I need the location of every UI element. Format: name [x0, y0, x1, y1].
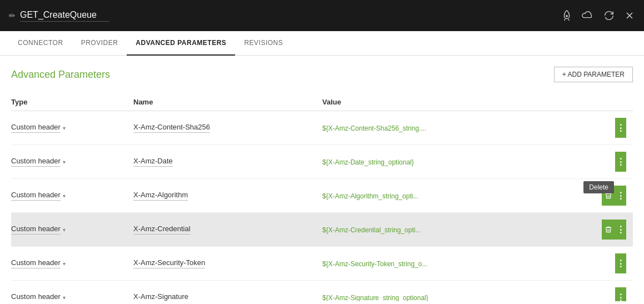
- table-row: Custom header ▾ X-Amz-Algorithm${X-Amz-A…: [11, 179, 633, 213]
- row-actions: ⋮: [602, 152, 626, 172]
- delete-row-button[interactable]: [602, 220, 615, 240]
- main-content: Advanced Parameters + ADD PARAMETER Type…: [0, 56, 644, 301]
- add-parameter-button[interactable]: + ADD PARAMETER: [554, 67, 633, 82]
- tab-provider[interactable]: PROVIDER: [72, 31, 127, 56]
- type-label: Custom header: [11, 292, 61, 301]
- header-bar: ✏ GET_CreateQueue: [0, 0, 644, 31]
- row-actions: ⋮: [602, 118, 626, 138]
- col-value: Value: [322, 93, 602, 111]
- param-value: ${X-Amz-Content-Sha256_string....: [322, 124, 426, 132]
- type-dropdown-arrow[interactable]: ▾: [63, 295, 66, 301]
- row-menu-button[interactable]: ⋮: [615, 287, 626, 301]
- type-label: Custom header: [11, 123, 61, 133]
- param-name[interactable]: X-Amz-Date: [133, 157, 173, 167]
- type-label: Custom header: [11, 157, 61, 167]
- name-cell: X-Amz-Algorithm: [133, 179, 322, 213]
- type-cell: Custom header ▾: [11, 111, 133, 145]
- value-cell: ${X-Amz-Date_string_optional}: [322, 145, 602, 179]
- table-row: Custom header ▾ X-Amz-Content-Sha256${X-…: [11, 111, 633, 145]
- col-name: Name: [133, 93, 322, 111]
- row-actions: ⋮: [602, 220, 626, 240]
- actions-cell: ⋮: [602, 247, 633, 281]
- type-cell: Custom header ▾: [11, 145, 133, 179]
- close-icon-btn[interactable]: [624, 10, 635, 21]
- type-dropdown-arrow[interactable]: ▾: [63, 193, 66, 199]
- param-value: ${X-Amz-Signature_string_optional}: [322, 294, 428, 302]
- edit-icon: ✏: [9, 11, 16, 20]
- param-name[interactable]: X-Amz-Content-Sha256: [133, 123, 210, 133]
- row-actions: ⋮: [602, 287, 626, 301]
- row-menu-button[interactable]: ⋮: [615, 186, 626, 206]
- table-header: Type Name Value: [11, 93, 633, 111]
- name-cell: X-Amz-Security-Token: [133, 247, 322, 281]
- row-menu-button[interactable]: ⋮: [615, 220, 626, 240]
- param-value: ${X-Amz-Security-Token_string_o...: [322, 260, 427, 268]
- value-cell: ${X-Amz-Algorithm_string_opti...: [322, 179, 602, 213]
- page-title[interactable]: GET_CreateQueue: [20, 10, 109, 22]
- value-cell: ${X-Amz-Security-Token_string_o...: [322, 247, 602, 281]
- actions-cell: ⋮: [602, 145, 633, 179]
- value-cell: ${X-Amz-Credential_string_opti...: [322, 213, 602, 247]
- header-title-area: ✏ GET_CreateQueue: [9, 10, 109, 22]
- section-header: Advanced Parameters + ADD PARAMETER: [11, 67, 633, 82]
- type-label: Custom header: [11, 258, 61, 268]
- param-name[interactable]: X-Amz-Credential: [133, 225, 191, 235]
- type-cell: Custom header ▾: [11, 247, 133, 281]
- param-value: ${X-Amz-Credential_string_opti...: [322, 226, 421, 234]
- param-name[interactable]: X-Amz-Security-Token: [133, 258, 205, 268]
- tab-advanced-parameters[interactable]: ADVANCED PARAMETERS: [127, 31, 235, 56]
- actions-cell: ⋮: [602, 281, 633, 302]
- name-cell: X-Amz-Credential: [133, 213, 322, 247]
- type-label: Custom header: [11, 191, 61, 201]
- section-title: Advanced Parameters: [11, 69, 110, 81]
- type-cell: Custom header ▾: [11, 281, 133, 302]
- type-cell: Custom header ▾: [11, 213, 133, 247]
- value-cell: ${X-Amz-Content-Sha256_string....: [322, 111, 602, 145]
- actions-cell: ⋮: [602, 213, 633, 247]
- param-name[interactable]: X-Amz-Signature: [133, 292, 188, 301]
- header-actions: [561, 9, 635, 22]
- param-value: ${X-Amz-Date_string_optional}: [322, 158, 414, 166]
- table-row: Custom header ▾ X-Amz-Signature${X-Amz-S…: [11, 281, 633, 302]
- row-menu-button[interactable]: ⋮: [615, 253, 626, 273]
- col-type: Type: [11, 93, 133, 111]
- param-value: ${X-Amz-Algorithm_string_opti...: [322, 192, 418, 200]
- cloud-icon-btn[interactable]: [582, 9, 594, 22]
- tab-connector[interactable]: CONNECTOR: [9, 31, 72, 56]
- type-cell: Custom header ▾: [11, 179, 133, 213]
- param-name[interactable]: X-Amz-Algorithm: [133, 191, 188, 201]
- type-dropdown-arrow[interactable]: ▾: [63, 159, 66, 165]
- table-body: Custom header ▾ X-Amz-Content-Sha256${X-…: [11, 111, 633, 302]
- nav-tabs: CONNECTOR PROVIDER ADVANCED PARAMETERS R…: [0, 31, 644, 56]
- value-cell: ${X-Amz-Signature_string_optional}: [322, 281, 602, 302]
- type-dropdown-arrow[interactable]: ▾: [63, 125, 66, 131]
- actions-cell: ⋮: [602, 111, 633, 145]
- name-cell: X-Amz-Content-Sha256: [133, 111, 322, 145]
- row-actions: ⋮: [602, 253, 626, 273]
- delete-tooltip: Delete: [583, 181, 614, 193]
- tab-revisions[interactable]: REVISIONS: [235, 31, 292, 56]
- table-row: Custom header ▾ X-Amz-Date${X-Amz-Date_s…: [11, 145, 633, 179]
- type-dropdown-arrow[interactable]: ▾: [63, 261, 66, 267]
- refresh-icon-btn[interactable]: [603, 9, 615, 22]
- name-cell: X-Amz-Signature: [133, 281, 322, 302]
- row-menu-button[interactable]: ⋮: [615, 118, 626, 138]
- type-label: Custom header: [11, 225, 61, 235]
- table-row: Custom header ▾ X-Amz-Security-Token${X-…: [11, 247, 633, 281]
- actions-cell: Delete ⋮: [602, 179, 633, 213]
- parameters-table: Type Name Value Custom header ▾ X-Amz-Co…: [11, 93, 633, 301]
- row-menu-button[interactable]: ⋮: [615, 152, 626, 172]
- row-actions: Delete ⋮: [602, 186, 626, 206]
- svg-point-0: [566, 15, 568, 17]
- name-cell: X-Amz-Date: [133, 145, 322, 179]
- type-dropdown-arrow[interactable]: ▾: [63, 227, 66, 233]
- table-row: Custom header ▾ X-Amz-Credential${X-Amz-…: [11, 213, 633, 247]
- rocket-icon-btn[interactable]: [561, 9, 573, 22]
